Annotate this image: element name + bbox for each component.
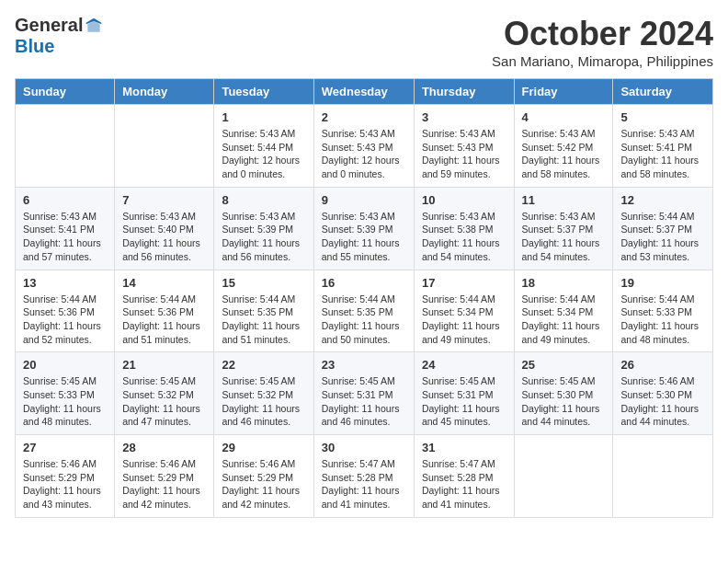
calendar-week-row: 6Sunrise: 5:43 AM Sunset: 5:41 PM Daylig… (16, 187, 713, 270)
logo-general: General (15, 15, 83, 36)
cell-info: Sunrise: 5:43 AM Sunset: 5:39 PM Dayligh… (222, 210, 305, 264)
calendar-cell: 10Sunrise: 5:43 AM Sunset: 5:38 PM Dayli… (414, 187, 514, 270)
cell-info: Sunrise: 5:43 AM Sunset: 5:37 PM Dayligh… (522, 210, 606, 264)
calendar-cell: 16Sunrise: 5:44 AM Sunset: 5:35 PM Dayli… (313, 270, 414, 352)
calendar-body: 1Sunrise: 5:43 AM Sunset: 5:44 PM Daylig… (16, 105, 713, 518)
day-number: 5 (620, 110, 705, 124)
calendar-cell (16, 105, 115, 188)
calendar-cell: 19Sunrise: 5:44 AM Sunset: 5:33 PM Dayli… (613, 270, 713, 352)
calendar-cell (514, 435, 613, 518)
day-number: 9 (322, 193, 406, 207)
calendar-cell: 29Sunrise: 5:46 AM Sunset: 5:29 PM Dayli… (214, 435, 313, 518)
calendar-header-monday: Monday (115, 79, 214, 105)
title-section: October 2024 San Mariano, Mimaropa, Phil… (492, 15, 713, 69)
calendar-header-row: SundayMondayTuesdayWednesdayThursdayFrid… (16, 79, 713, 105)
calendar-cell: 18Sunrise: 5:44 AM Sunset: 5:34 PM Dayli… (514, 270, 613, 352)
month-title: October 2024 (492, 15, 713, 53)
calendar-cell: 26Sunrise: 5:46 AM Sunset: 5:30 PM Dayli… (613, 352, 713, 435)
calendar-table: SundayMondayTuesdayWednesdayThursdayFrid… (15, 78, 713, 518)
cell-info: Sunrise: 5:44 AM Sunset: 5:37 PM Dayligh… (620, 210, 705, 264)
cell-info: Sunrise: 5:44 AM Sunset: 5:36 PM Dayligh… (122, 293, 206, 347)
cell-info: Sunrise: 5:45 AM Sunset: 5:32 PM Dayligh… (222, 374, 305, 429)
day-number: 7 (122, 193, 206, 207)
calendar-week-row: 20Sunrise: 5:45 AM Sunset: 5:33 PM Dayli… (16, 352, 713, 435)
calendar-header-sunday: Sunday (16, 79, 115, 105)
cell-info: Sunrise: 5:44 AM Sunset: 5:35 PM Dayligh… (322, 293, 406, 347)
day-number: 27 (23, 441, 107, 454)
calendar-cell: 4Sunrise: 5:43 AM Sunset: 5:42 PM Daylig… (514, 105, 613, 188)
day-number: 23 (322, 358, 406, 372)
cell-info: Sunrise: 5:45 AM Sunset: 5:32 PM Dayligh… (122, 374, 206, 429)
page-header: General Blue October 2024 San Mariano, M… (15, 15, 713, 69)
calendar-cell: 14Sunrise: 5:44 AM Sunset: 5:36 PM Dayli… (115, 270, 214, 352)
cell-info: Sunrise: 5:47 AM Sunset: 5:28 PM Dayligh… (422, 457, 506, 511)
cell-info: Sunrise: 5:45 AM Sunset: 5:31 PM Dayligh… (322, 374, 406, 429)
calendar-cell: 15Sunrise: 5:44 AM Sunset: 5:35 PM Dayli… (214, 270, 313, 352)
day-number: 15 (222, 276, 305, 290)
cell-info: Sunrise: 5:46 AM Sunset: 5:29 PM Dayligh… (122, 457, 206, 511)
day-number: 2 (322, 110, 406, 124)
calendar-cell: 20Sunrise: 5:45 AM Sunset: 5:33 PM Dayli… (16, 352, 115, 435)
calendar-cell: 23Sunrise: 5:45 AM Sunset: 5:31 PM Dayli… (313, 352, 414, 435)
calendar-cell: 24Sunrise: 5:45 AM Sunset: 5:31 PM Dayli… (414, 352, 514, 435)
calendar-cell (613, 435, 713, 518)
cell-info: Sunrise: 5:43 AM Sunset: 5:43 PM Dayligh… (422, 127, 506, 181)
calendar-header-wednesday: Wednesday (313, 79, 414, 105)
calendar-header-tuesday: Tuesday (214, 79, 313, 105)
calendar-cell: 12Sunrise: 5:44 AM Sunset: 5:37 PM Dayli… (613, 187, 713, 270)
day-number: 24 (422, 358, 506, 372)
day-number: 4 (522, 110, 606, 124)
calendar-header-thursday: Thursday (414, 79, 514, 105)
cell-info: Sunrise: 5:43 AM Sunset: 5:40 PM Dayligh… (122, 210, 206, 264)
day-number: 28 (122, 441, 206, 454)
cell-info: Sunrise: 5:43 AM Sunset: 5:42 PM Dayligh… (522, 127, 606, 181)
cell-info: Sunrise: 5:44 AM Sunset: 5:36 PM Dayligh… (23, 293, 107, 347)
day-number: 12 (620, 193, 705, 207)
calendar-cell: 2Sunrise: 5:43 AM Sunset: 5:43 PM Daylig… (313, 105, 414, 188)
day-number: 3 (422, 110, 506, 124)
day-number: 22 (222, 358, 305, 372)
day-number: 26 (620, 358, 705, 372)
calendar-cell: 7Sunrise: 5:43 AM Sunset: 5:40 PM Daylig… (115, 187, 214, 270)
day-number: 16 (322, 276, 406, 290)
calendar-cell: 11Sunrise: 5:43 AM Sunset: 5:37 PM Dayli… (514, 187, 613, 270)
day-number: 10 (422, 193, 506, 207)
logo: General Blue (15, 15, 103, 57)
cell-info: Sunrise: 5:43 AM Sunset: 5:38 PM Dayligh… (422, 210, 506, 264)
cell-info: Sunrise: 5:45 AM Sunset: 5:31 PM Dayligh… (422, 374, 506, 429)
cell-info: Sunrise: 5:43 AM Sunset: 5:41 PM Dayligh… (23, 210, 107, 264)
calendar-cell: 25Sunrise: 5:45 AM Sunset: 5:30 PM Dayli… (514, 352, 613, 435)
day-number: 21 (122, 358, 206, 372)
day-number: 30 (322, 441, 406, 454)
calendar-cell: 9Sunrise: 5:43 AM Sunset: 5:39 PM Daylig… (313, 187, 414, 270)
calendar-week-row: 13Sunrise: 5:44 AM Sunset: 5:36 PM Dayli… (16, 270, 713, 352)
day-number: 17 (422, 276, 506, 290)
day-number: 1 (222, 110, 305, 124)
day-number: 29 (222, 441, 305, 454)
calendar-cell: 28Sunrise: 5:46 AM Sunset: 5:29 PM Dayli… (115, 435, 214, 518)
cell-info: Sunrise: 5:46 AM Sunset: 5:29 PM Dayligh… (23, 457, 107, 511)
calendar-cell: 6Sunrise: 5:43 AM Sunset: 5:41 PM Daylig… (16, 187, 115, 270)
day-number: 14 (122, 276, 206, 290)
cell-info: Sunrise: 5:45 AM Sunset: 5:33 PM Dayligh… (23, 374, 107, 429)
cell-info: Sunrise: 5:43 AM Sunset: 5:43 PM Dayligh… (322, 127, 406, 181)
calendar-cell: 13Sunrise: 5:44 AM Sunset: 5:36 PM Dayli… (16, 270, 115, 352)
day-number: 8 (222, 193, 305, 207)
calendar-cell (115, 105, 214, 188)
day-number: 19 (620, 276, 705, 290)
cell-info: Sunrise: 5:47 AM Sunset: 5:28 PM Dayligh… (322, 457, 406, 511)
calendar-cell: 22Sunrise: 5:45 AM Sunset: 5:32 PM Dayli… (214, 352, 313, 435)
day-number: 11 (522, 193, 606, 207)
day-number: 6 (23, 193, 107, 207)
calendar-cell: 30Sunrise: 5:47 AM Sunset: 5:28 PM Dayli… (313, 435, 414, 518)
cell-info: Sunrise: 5:46 AM Sunset: 5:29 PM Dayligh… (222, 457, 305, 511)
day-number: 31 (422, 441, 506, 454)
calendar-cell: 21Sunrise: 5:45 AM Sunset: 5:32 PM Dayli… (115, 352, 214, 435)
cell-info: Sunrise: 5:44 AM Sunset: 5:34 PM Dayligh… (522, 293, 606, 347)
calendar-header-friday: Friday (514, 79, 613, 105)
calendar-cell: 27Sunrise: 5:46 AM Sunset: 5:29 PM Dayli… (16, 435, 115, 518)
cell-info: Sunrise: 5:43 AM Sunset: 5:41 PM Dayligh… (620, 127, 705, 181)
calendar-cell: 31Sunrise: 5:47 AM Sunset: 5:28 PM Dayli… (414, 435, 514, 518)
day-number: 13 (23, 276, 107, 290)
calendar-cell: 8Sunrise: 5:43 AM Sunset: 5:39 PM Daylig… (214, 187, 313, 270)
